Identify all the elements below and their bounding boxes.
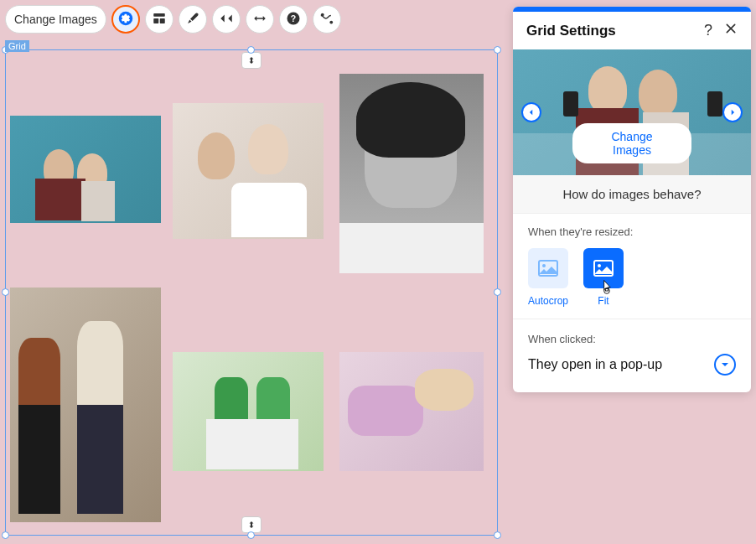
- resize-handle[interactable]: [247, 531, 255, 539]
- help-button[interactable]: ?: [279, 5, 308, 34]
- brush-icon: [185, 11, 200, 28]
- grid-image[interactable]: [173, 352, 324, 471]
- svg-point-8: [329, 20, 333, 23]
- resize-section: When they're resized: Autocrop Fit: [513, 214, 751, 319]
- panel-close-button[interactable]: [724, 22, 738, 39]
- grid-settings-panel: Grid Settings ? Change Images How do ima…: [513, 7, 751, 392]
- editor-toolbar: Change Images ?: [5, 5, 341, 34]
- panel-title: Grid Settings: [526, 23, 616, 39]
- settings-button[interactable]: [111, 5, 140, 34]
- close-icon: [724, 22, 738, 35]
- chevron-down-icon: [720, 360, 730, 370]
- panel-header: Grid Settings ?: [513, 12, 751, 49]
- element-type-label: Grid: [5, 40, 29, 52]
- image-icon: [593, 260, 614, 277]
- resize-handle[interactable]: [2, 531, 9, 539]
- svg-point-10: [542, 264, 546, 267]
- filters-button[interactable]: [212, 5, 241, 34]
- stretch-icon: [252, 11, 267, 28]
- help-icon: ?: [286, 11, 301, 28]
- grid-image[interactable]: [10, 116, 161, 223]
- click-value: They open in a pop-up: [528, 357, 662, 372]
- gear-icon: [118, 11, 133, 28]
- svg-rect-4: [160, 18, 165, 23]
- resize-label: When they're resized:: [528, 225, 736, 238]
- grid-image[interactable]: [173, 103, 324, 239]
- mode-label: Autocrop: [528, 295, 568, 307]
- animation-icon: [319, 11, 334, 28]
- svg-rect-2: [153, 13, 165, 17]
- svg-rect-14: [605, 289, 608, 292]
- mode-autocrop[interactable]: Autocrop: [528, 248, 568, 307]
- grid-image[interactable]: [10, 288, 161, 522]
- grid-image[interactable]: [339, 352, 484, 471]
- resize-handle[interactable]: [494, 531, 501, 539]
- grid-icon: [152, 11, 167, 28]
- panel-help-button[interactable]: ?: [704, 22, 712, 39]
- layout-button[interactable]: [145, 5, 173, 34]
- animation-button[interactable]: [313, 5, 341, 34]
- click-dropdown-button[interactable]: [714, 354, 736, 376]
- svg-text:?: ?: [291, 13, 296, 23]
- hero-change-images-button[interactable]: Change Images: [572, 123, 691, 163]
- resize-handle[interactable]: [494, 288, 501, 296]
- change-images-button[interactable]: Change Images: [5, 5, 106, 34]
- resize-handle[interactable]: [494, 46, 501, 54]
- mode-label: Fit: [598, 295, 608, 307]
- cursor-icon: [597, 278, 617, 295]
- resize-handle[interactable]: [2, 288, 9, 296]
- svg-point-7: [321, 13, 324, 16]
- mode-fit[interactable]: Fit: [583, 248, 624, 307]
- canvas-stage[interactable]: Grid: [5, 40, 498, 538]
- grid-image[interactable]: [339, 74, 484, 273]
- panel-hero: Change Images: [513, 49, 751, 175]
- click-label: When clicked:: [528, 333, 736, 345]
- click-section: When clicked: They open in a pop-up: [513, 319, 751, 392]
- hero-prev-button[interactable]: [521, 102, 541, 122]
- svg-rect-3: [153, 18, 158, 23]
- drag-handle-top[interactable]: [241, 52, 261, 69]
- hero-next-button[interactable]: [722, 102, 743, 122]
- svg-point-12: [598, 264, 601, 267]
- chevron-left-icon: [527, 108, 536, 117]
- behave-heading: How do images behave?: [513, 175, 751, 214]
- chevron-right-icon: [728, 108, 737, 117]
- resize-handle[interactable]: [247, 46, 255, 54]
- image-icon: [538, 260, 558, 277]
- stretch-button[interactable]: [246, 5, 274, 34]
- drag-handle-bottom[interactable]: [241, 516, 261, 533]
- design-button[interactable]: [179, 5, 207, 34]
- layers-icon: [219, 11, 234, 28]
